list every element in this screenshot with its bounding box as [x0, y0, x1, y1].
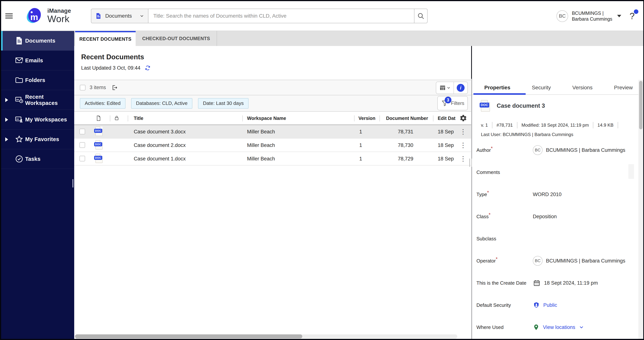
column-settings-gear-icon[interactable] — [459, 114, 467, 123]
user-menu-caret-icon[interactable] — [617, 15, 621, 17]
table-row[interactable]: DOC Case document 3.docx Miller Beach 1 … — [74, 125, 471, 139]
sidebar-item-my-workspaces[interactable]: My Workspaces — [1, 110, 74, 130]
search-bar: Documents — [91, 9, 428, 23]
help-button[interactable]: ? — [630, 11, 638, 21]
doc-file-icon: DOC — [96, 127, 102, 136]
refresh-icon[interactable] — [144, 65, 151, 71]
chevron-down-icon[interactable] — [578, 325, 584, 330]
location-pin-icon — [533, 324, 540, 331]
field-author: Author* BC BCUMMINGS | Barbara Cummings — [476, 139, 636, 161]
hamburger-menu-icon[interactable] — [5, 12, 13, 20]
column-header-document-number[interactable]: Document Number — [386, 112, 428, 125]
horizontal-scrollbar-thumb[interactable] — [75, 334, 302, 339]
row-menu-kebab-icon[interactable]: ⋮ — [460, 152, 466, 166]
imanage-logo-icon: m — [24, 6, 45, 26]
brand-name: iManage — [47, 7, 71, 14]
file-type-column-icon[interactable] — [95, 115, 102, 121]
table-row[interactable]: DOC Case document 1.docx Miller Beach 1 … — [74, 152, 471, 166]
page-title: Recent Documents — [81, 53, 471, 61]
security-shield-icon — [533, 302, 540, 309]
view-selector-button[interactable] — [436, 82, 454, 94]
table-row[interactable]: DOC Case document 2.docx Miller Beach 1 … — [74, 139, 471, 152]
field-where-used: Where Used View locations — [476, 316, 636, 338]
view-locations-link[interactable]: View locations — [543, 325, 575, 330]
filter-chip-databases[interactable]: Databases: CLD, Active — [131, 98, 192, 109]
row-version: 1 — [350, 125, 371, 139]
user-avatar[interactable]: BC — [556, 10, 568, 22]
filter-chip-date[interactable]: Date: Last 30 days — [198, 98, 248, 109]
sidebar-item-documents[interactable]: Documents — [1, 31, 74, 51]
filter-chips-row: Activities: Edited Databases: CLD, Activ… — [74, 95, 471, 112]
select-all-checkbox[interactable] — [80, 85, 86, 90]
svg-text:m: m — [30, 12, 38, 22]
product-name: Work — [47, 13, 71, 24]
last-updated-text: Last Updated 3 Oct, 09:44 — [81, 65, 140, 71]
expand-arrow-icon[interactable] — [5, 137, 8, 142]
panel-tab-security[interactable]: Security — [532, 85, 551, 91]
list-toolbar: 3 items — [74, 80, 471, 95]
row-checkbox[interactable] — [80, 129, 85, 134]
my-workspaces-icon — [14, 115, 24, 124]
tasks-check-icon — [14, 154, 24, 164]
row-checkbox[interactable] — [80, 142, 85, 148]
row-document-number: 78,731 — [385, 125, 413, 139]
help-notification-dot — [634, 9, 638, 14]
sidebar-item-tasks[interactable]: Tasks — [1, 149, 74, 169]
sidebar: Documents Emails Folders — [1, 31, 74, 339]
column-header-version[interactable]: Version — [358, 112, 375, 125]
row-version: 1 — [350, 139, 371, 152]
calendar-icon — [533, 279, 541, 287]
row-checkbox[interactable] — [80, 156, 85, 161]
app-window: m iManage Work Documents — [0, 0, 644, 340]
row-version: 1 — [350, 152, 371, 166]
panel-tab-properties[interactable]: Properties — [484, 85, 510, 91]
panel-scrollbar[interactable] — [638, 80, 643, 339]
sidebar-item-emails[interactable]: Emails — [1, 51, 74, 70]
panel-tab-versions[interactable]: Versions — [572, 85, 592, 91]
row-workspace: Miller Beach — [247, 152, 275, 166]
sidebar-item-my-favorites[interactable]: My Favorites — [1, 130, 74, 149]
row-menu-kebab-icon[interactable]: ⋮ — [460, 139, 466, 152]
search-button[interactable] — [414, 9, 428, 23]
create-date-value: 18 Sept 2024, 11:19 pm — [544, 280, 598, 286]
security-public-link[interactable]: Public — [543, 302, 557, 308]
lock-column-icon[interactable] — [114, 115, 120, 121]
info-icon: i — [457, 84, 464, 92]
meta-version: v. 1 — [481, 123, 488, 128]
row-menu-kebab-icon[interactable]: ⋮ — [460, 125, 466, 139]
panel-tab-preview[interactable]: Preview — [614, 85, 633, 91]
column-header-title[interactable]: Title — [134, 112, 143, 125]
search-scope-dropdown[interactable]: Documents — [91, 9, 148, 23]
info-button[interactable]: i — [454, 82, 468, 94]
doc-file-icon: DOC — [96, 154, 102, 163]
row-title[interactable]: Case document 1.docx — [134, 152, 186, 166]
document-meta-line: v. 1 #78,731 Modified: 18 Sept 2024, 11:… — [481, 122, 622, 128]
operator-value: BCUMMINGS | Barbara Cummings — [546, 258, 626, 264]
filters-button[interactable]: 3 Filters — [437, 96, 468, 110]
doc-file-icon: DOC — [481, 100, 490, 112]
sidebar-item-folders[interactable]: Folders — [1, 70, 74, 90]
tab-checked-out-documents[interactable]: CHECKED-OUT DOCUMENTS — [136, 31, 217, 46]
expand-arrow-icon[interactable] — [5, 98, 8, 102]
panel-tabs: Properties Security Versions Preview — [472, 81, 643, 95]
search-icon — [417, 12, 424, 20]
panel-scrollbar-thumb[interactable] — [639, 81, 642, 129]
inner-scrollbar-thumb[interactable] — [628, 164, 634, 179]
expand-arrow-icon[interactable] — [5, 118, 8, 122]
chevron-down-icon — [446, 86, 451, 90]
export-icon[interactable] — [111, 84, 118, 91]
filter-chip-activities[interactable]: Activities: Edited — [80, 98, 126, 109]
column-header-workspace-name[interactable]: Workspace Name — [247, 112, 286, 125]
field-create-date: This is the Create Date 18 Sept 2024, 11… — [476, 272, 636, 294]
row-title[interactable]: Case document 3.docx — [134, 125, 186, 139]
column-header-edit-date[interactable]: Edit Dat — [438, 112, 456, 125]
row-edit-date: 18 Sep — [438, 152, 454, 166]
row-title[interactable]: Case document 2.docx — [134, 139, 186, 152]
horizontal-scrollbar[interactable] — [75, 334, 457, 339]
table-header: Title Workspace Name Version Document Nu… — [74, 112, 471, 125]
search-input[interactable] — [148, 9, 414, 23]
sidebar-item-recent-workspaces[interactable]: Recent Workspaces — [1, 90, 74, 110]
row-edit-date: 18 Sep — [438, 139, 454, 152]
row-edit-date: 18 Sep — [438, 125, 454, 139]
tab-recent-documents[interactable]: RECENT DOCUMENTS — [75, 31, 136, 46]
